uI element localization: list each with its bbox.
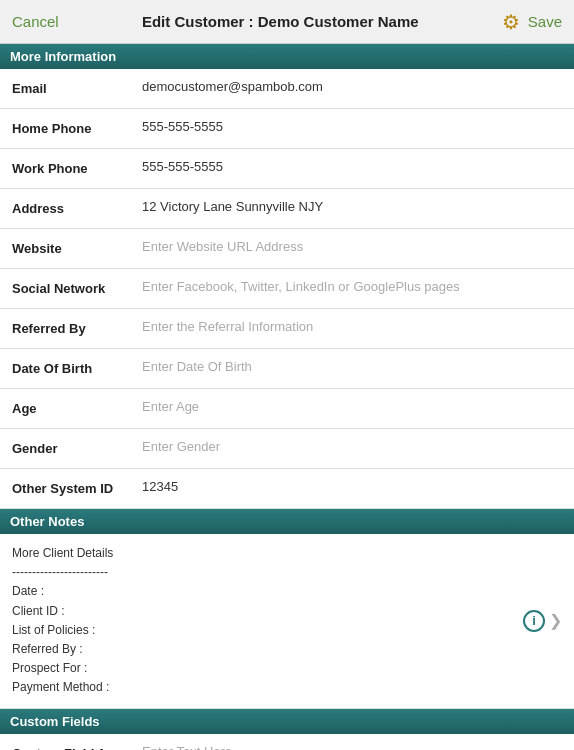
header-right-actions: ⚙ Save	[502, 10, 562, 34]
date-of-birth-value[interactable]: Enter Date Of Birth	[142, 359, 562, 374]
notes-line2: ------------------------	[12, 565, 108, 579]
work-phone-value[interactable]: 555-555-5555	[142, 159, 562, 174]
cancel-button[interactable]: Cancel	[12, 13, 59, 30]
gender-label: Gender	[12, 439, 142, 456]
referred-by-row: Referred By Enter the Referral Informati…	[0, 309, 574, 349]
custom-fields-header: Custom Fields	[0, 709, 574, 734]
other-system-id-value[interactable]: 12345	[142, 479, 562, 494]
home-phone-row: Home Phone 555-555-5555	[0, 109, 574, 149]
other-system-id-label: Other System ID	[12, 479, 142, 496]
notes-chevron-icon[interactable]: ❯	[549, 611, 562, 630]
home-phone-value[interactable]: 555-555-5555	[142, 119, 562, 134]
other-notes-container: More Client Details --------------------…	[0, 534, 574, 709]
notes-content[interactable]: More Client Details --------------------…	[12, 544, 562, 698]
website-row: Website Enter Website URL Address	[0, 229, 574, 269]
referred-by-label: Referred By	[12, 319, 142, 336]
social-network-label: Social Network	[12, 279, 142, 296]
address-row: Address 12 Victory Lane Sunnyville NJY	[0, 189, 574, 229]
home-phone-label: Home Phone	[12, 119, 142, 136]
work-phone-row: Work Phone 555-555-5555	[0, 149, 574, 189]
address-label: Address	[12, 199, 142, 216]
email-value[interactable]: democustomer@spambob.com	[142, 79, 562, 94]
notes-line8: Payment Method :	[12, 680, 109, 694]
website-value[interactable]: Enter Website URL Address	[142, 239, 562, 254]
date-of-birth-row: Date Of Birth Enter Date Of Birth	[0, 349, 574, 389]
other-system-id-row: Other System ID 12345	[0, 469, 574, 509]
email-row: Email democustomer@spambob.com	[0, 69, 574, 109]
website-label: Website	[12, 239, 142, 256]
address-value[interactable]: 12 Victory Lane Sunnyville NJY	[142, 199, 562, 214]
referred-by-value[interactable]: Enter the Referral Information	[142, 319, 562, 334]
custom-field-1-value[interactable]: Enter Text Here	[142, 744, 562, 751]
gender-row: Gender Enter Gender	[0, 429, 574, 469]
more-information-header: More Information	[0, 44, 574, 69]
notes-line4: Client ID :	[12, 604, 65, 618]
notes-line6: Referred By :	[12, 642, 83, 656]
age-value[interactable]: Enter Age	[142, 399, 562, 414]
age-label: Age	[12, 399, 142, 416]
gender-value[interactable]: Enter Gender	[142, 439, 562, 454]
notes-actions: i ❯	[523, 610, 562, 632]
app-header: Cancel Edit Customer : Demo Customer Nam…	[0, 0, 574, 44]
age-row: Age Enter Age	[0, 389, 574, 429]
notes-line3: Date :	[12, 584, 44, 598]
gear-icon[interactable]: ⚙	[502, 10, 520, 34]
social-network-row: Social Network Enter Facebook, Twitter, …	[0, 269, 574, 309]
social-network-value[interactable]: Enter Facebook, Twitter, LinkedIn or Goo…	[142, 279, 562, 294]
save-button[interactable]: Save	[528, 13, 562, 30]
notes-line5: List of Policies :	[12, 623, 95, 637]
work-phone-label: Work Phone	[12, 159, 142, 176]
email-label: Email	[12, 79, 142, 96]
custom-field-1-label: Custom Field 1	[12, 744, 142, 751]
page-title: Edit Customer : Demo Customer Name	[59, 13, 502, 30]
date-of-birth-label: Date Of Birth	[12, 359, 142, 376]
notes-line1: More Client Details	[12, 546, 113, 560]
notes-line7: Prospect For :	[12, 661, 87, 675]
notes-info-icon[interactable]: i	[523, 610, 545, 632]
custom-field-1-row: Custom Field 1 Enter Text Here	[0, 734, 574, 751]
other-notes-header: Other Notes	[0, 509, 574, 534]
